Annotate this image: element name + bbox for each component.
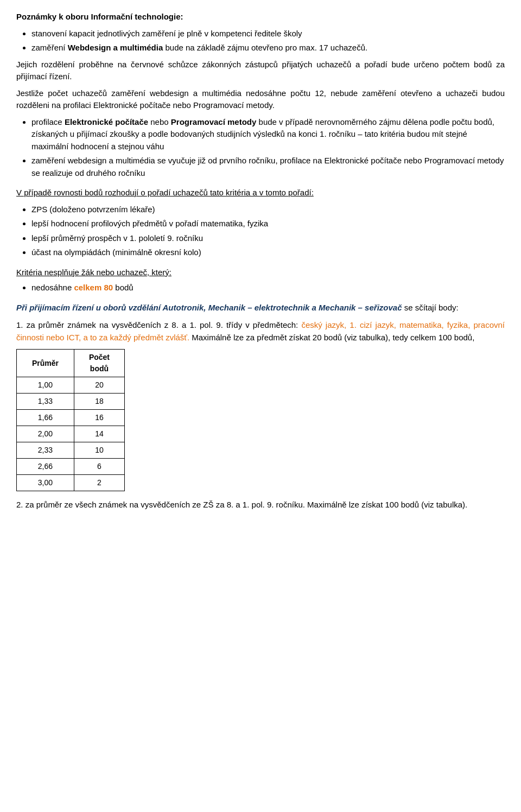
kriteria-section: Kritéria nesplňuje žák nebo uchazeč, kte… — [16, 267, 505, 294]
table-row: 1,0020 — [17, 377, 125, 394]
table-row: 2,666 — [17, 459, 125, 475]
cell-avg: 2,00 — [17, 426, 74, 442]
list-item-2: zaměření Webdesign a multimédia bude na … — [31, 42, 505, 54]
table-row: 1,6616 — [17, 410, 125, 426]
table-row: 3,002 — [17, 475, 125, 491]
it-notes-list: stanovení kapacit jednotlivých zaměření … — [31, 28, 505, 54]
table-row: 2,3310 — [17, 442, 125, 459]
kriteria-list: nedosáhne celkem 80 bodů — [31, 282, 505, 294]
rovnost-heading: V případě rovnosti bodů rozhodují o pořa… — [16, 187, 505, 199]
cell-pts: 18 — [74, 394, 124, 410]
prijimaci-heading: Při přijímacím řízení u oborů vzdělání A… — [16, 302, 505, 314]
points-table: Průměr Početbodů 1,00201,33181,66162,001… — [16, 349, 125, 491]
cell-avg: 1,33 — [17, 394, 74, 410]
table-row: 2,0014 — [17, 426, 125, 442]
cell-avg: 1,00 — [17, 377, 74, 394]
col-pocet-header: Početbodů — [74, 350, 124, 377]
cell-avg: 2,66 — [17, 459, 74, 475]
point-2-label: 2. za průměr ze všech známek na vysvědče… — [16, 499, 505, 511]
kriteria-heading: Kritéria nesplňuje žák nebo uchazeč, kte… — [16, 267, 505, 279]
list-item-profilace: profilace Elektronické počítače nebo Pro… — [31, 116, 505, 153]
list-item-webdesign: zaměření webdesign a multimédia se vyuču… — [31, 155, 505, 179]
cell-pts: 6 — [74, 459, 124, 475]
para-1: Jejich rozdělení proběhne na červnové sc… — [16, 59, 505, 83]
rovnost-item-3: lepší průměrný prospěch v 1. pololetí 9.… — [31, 232, 505, 245]
cell-avg: 1,66 — [17, 410, 74, 426]
main-content: Poznámky k oboru Informační technologie:… — [16, 11, 505, 511]
rovnost-section: V případě rovnosti bodů rozhodují o pořa… — [16, 187, 505, 259]
cell-pts: 10 — [74, 442, 124, 459]
prijimaci-section: Při přijímacím řízení u oborů vzdělání A… — [16, 302, 505, 511]
cell-avg: 2,33 — [17, 442, 74, 459]
rovnost-list: ZPS (doloženo potvrzením lékaře) lepší h… — [31, 204, 505, 259]
rovnost-item-1: ZPS (doloženo potvrzením lékaře) — [31, 204, 505, 216]
it-notes-heading: Poznámky k oboru Informační technologie: — [16, 11, 505, 23]
cell-pts: 16 — [74, 410, 124, 426]
para-2: Jestliže počet uchazečů zaměření webdesi… — [16, 87, 505, 112]
it-notes-list-2: profilace Elektronické počítače nebo Pro… — [31, 116, 505, 180]
cell-pts: 14 — [74, 426, 124, 442]
point-1-label: 1. za průměr známek na vysvědčeních z 8.… — [16, 319, 505, 344]
it-notes-section: Poznámky k oboru Informační technologie:… — [16, 11, 505, 179]
table-row: 1,3318 — [17, 394, 125, 410]
kriteria-item-1: nedosáhne celkem 80 bodů — [31, 282, 505, 294]
cell-pts: 20 — [74, 377, 124, 394]
rovnost-item-2: lepší hodnocení profilových předmětů v p… — [31, 218, 505, 230]
cell-avg: 3,00 — [17, 475, 74, 491]
cell-pts: 2 — [74, 475, 124, 491]
rovnost-item-4: účast na olympiádách (minimálně okresní … — [31, 246, 505, 259]
list-item-1: stanovení kapacit jednotlivých zaměření … — [31, 28, 505, 40]
col-prumer-header: Průměr — [17, 350, 74, 377]
